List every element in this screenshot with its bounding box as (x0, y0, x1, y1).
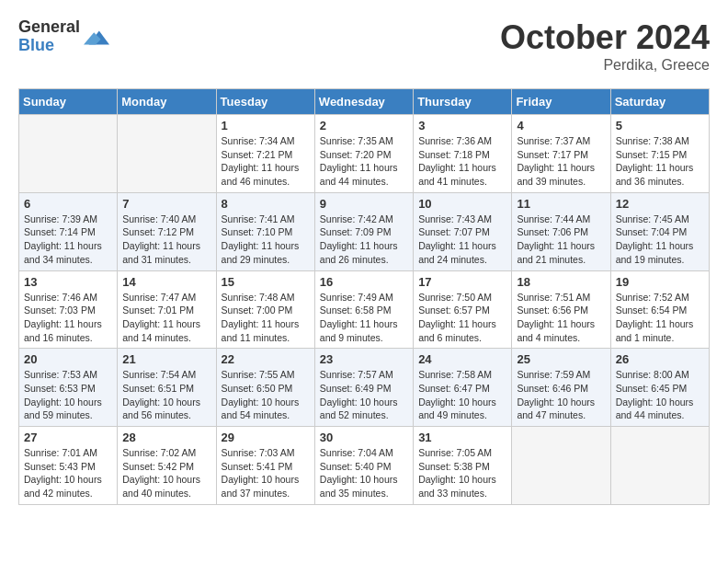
weekday-header-wednesday: Wednesday (314, 89, 413, 115)
calendar-cell: 7Sunrise: 7:40 AMSunset: 7:12 PMDaylight… (118, 192, 216, 270)
calendar-week-row: 6Sunrise: 7:39 AMSunset: 7:14 PMDaylight… (19, 192, 710, 270)
calendar-cell: 5Sunrise: 7:38 AMSunset: 7:15 PMDaylight… (610, 115, 709, 193)
day-info: Sunrise: 7:40 AMSunset: 7:12 PMDaylight:… (122, 213, 210, 267)
calendar-cell: 16Sunrise: 7:49 AMSunset: 6:58 PMDayligh… (314, 270, 413, 349)
calendar-cell: 29Sunrise: 7:03 AMSunset: 5:41 PMDayligh… (216, 427, 314, 505)
day-info: Sunrise: 7:47 AMSunset: 7:01 PMDaylight:… (122, 291, 210, 345)
day-info: Sunrise: 7:48 AMSunset: 7:00 PMDaylight:… (222, 291, 310, 345)
calendar-cell: 17Sunrise: 7:50 AMSunset: 6:57 PMDayligh… (414, 270, 512, 349)
weekday-header-sunday: Sunday (19, 89, 118, 115)
calendar-cell: 10Sunrise: 7:43 AMSunset: 7:07 PMDayligh… (414, 192, 512, 270)
day-number: 8 (222, 197, 310, 211)
month-title: October 2024 (500, 18, 710, 57)
day-info: Sunrise: 7:53 AMSunset: 6:53 PMDaylight:… (24, 368, 112, 422)
day-info: Sunrise: 8:00 AMSunset: 6:45 PMDaylight:… (616, 368, 704, 422)
day-number: 7 (122, 197, 210, 211)
weekday-header-monday: Monday (118, 89, 216, 115)
day-info: Sunrise: 7:46 AMSunset: 7:03 PMDaylight:… (24, 291, 112, 345)
day-info: Sunrise: 7:02 AMSunset: 5:42 PMDaylight:… (122, 446, 210, 500)
day-info: Sunrise: 7:41 AMSunset: 7:10 PMDaylight:… (222, 213, 310, 267)
weekday-header-friday: Friday (512, 89, 610, 115)
day-info: Sunrise: 7:42 AMSunset: 7:09 PMDaylight:… (320, 213, 408, 267)
location: Perdika, Greece (500, 57, 710, 74)
day-info: Sunrise: 7:59 AMSunset: 6:46 PMDaylight:… (517, 368, 605, 422)
calendar-table: SundayMondayTuesdayWednesdayThursdayFrid… (18, 88, 710, 505)
weekday-header-row: SundayMondayTuesdayWednesdayThursdayFrid… (19, 89, 710, 115)
calendar-cell (19, 115, 118, 193)
day-info: Sunrise: 7:36 AMSunset: 7:18 PMDaylight:… (418, 134, 506, 189)
day-number: 14 (122, 275, 210, 289)
calendar-cell (512, 427, 610, 505)
calendar-cell: 23Sunrise: 7:57 AMSunset: 6:49 PMDayligh… (314, 349, 413, 427)
day-info: Sunrise: 7:38 AMSunset: 7:15 PMDaylight:… (616, 134, 704, 189)
day-number: 27 (24, 431, 112, 444)
calendar-cell: 28Sunrise: 7:02 AMSunset: 5:42 PMDayligh… (118, 427, 216, 505)
day-info: Sunrise: 7:04 AMSunset: 5:40 PMDaylight:… (320, 446, 408, 500)
day-number: 22 (222, 352, 310, 366)
weekday-header-saturday: Saturday (610, 89, 709, 115)
day-info: Sunrise: 7:37 AMSunset: 7:17 PMDaylight:… (517, 134, 605, 189)
calendar-cell: 8Sunrise: 7:41 AMSunset: 7:10 PMDaylight… (216, 192, 314, 270)
logo: General Blue (18, 18, 109, 55)
day-number: 10 (418, 197, 506, 211)
calendar-week-row: 1Sunrise: 7:34 AMSunset: 7:21 PMDaylight… (19, 115, 710, 193)
calendar-week-row: 20Sunrise: 7:53 AMSunset: 6:53 PMDayligh… (19, 349, 710, 427)
calendar-cell: 4Sunrise: 7:37 AMSunset: 7:17 PMDaylight… (512, 115, 610, 193)
title-area: October 2024 Perdika, Greece (500, 18, 710, 74)
calendar-cell: 14Sunrise: 7:47 AMSunset: 7:01 PMDayligh… (118, 270, 216, 349)
day-number: 9 (320, 197, 408, 211)
day-number: 3 (418, 119, 506, 132)
day-number: 24 (418, 352, 506, 366)
page-header: General Blue October 2024 Perdika, Greec… (18, 18, 710, 74)
logo-blue: Blue (18, 37, 80, 55)
calendar-cell: 20Sunrise: 7:53 AMSunset: 6:53 PMDayligh… (19, 349, 118, 427)
day-number: 21 (122, 352, 210, 366)
day-number: 31 (418, 431, 506, 444)
day-info: Sunrise: 7:01 AMSunset: 5:43 PMDaylight:… (24, 446, 112, 500)
day-number: 12 (616, 197, 704, 211)
calendar-cell: 13Sunrise: 7:46 AMSunset: 7:03 PMDayligh… (19, 270, 118, 349)
calendar-cell: 24Sunrise: 7:58 AMSunset: 6:47 PMDayligh… (414, 349, 512, 427)
day-info: Sunrise: 7:49 AMSunset: 6:58 PMDaylight:… (320, 291, 408, 345)
calendar-cell: 25Sunrise: 7:59 AMSunset: 6:46 PMDayligh… (512, 349, 610, 427)
day-number: 30 (320, 431, 408, 444)
day-number: 2 (320, 119, 408, 132)
day-number: 26 (616, 352, 704, 366)
day-number: 20 (24, 352, 112, 366)
calendar-cell: 27Sunrise: 7:01 AMSunset: 5:43 PMDayligh… (19, 427, 118, 505)
calendar-cell: 1Sunrise: 7:34 AMSunset: 7:21 PMDaylight… (216, 115, 314, 193)
day-number: 6 (24, 197, 112, 211)
calendar-cell: 3Sunrise: 7:36 AMSunset: 7:18 PMDaylight… (414, 115, 512, 193)
day-number: 23 (320, 352, 408, 366)
calendar-cell: 19Sunrise: 7:52 AMSunset: 6:54 PMDayligh… (610, 270, 709, 349)
calendar-cell: 2Sunrise: 7:35 AMSunset: 7:20 PMDaylight… (314, 115, 413, 193)
calendar-cell: 6Sunrise: 7:39 AMSunset: 7:14 PMDaylight… (19, 192, 118, 270)
day-info: Sunrise: 7:45 AMSunset: 7:04 PMDaylight:… (616, 213, 704, 267)
day-number: 4 (517, 119, 605, 132)
day-info: Sunrise: 7:34 AMSunset: 7:21 PMDaylight:… (222, 134, 310, 189)
logo-icon (84, 24, 109, 50)
day-info: Sunrise: 7:43 AMSunset: 7:07 PMDaylight:… (418, 213, 506, 267)
day-info: Sunrise: 7:05 AMSunset: 5:38 PMDaylight:… (418, 446, 506, 500)
calendar-cell: 26Sunrise: 8:00 AMSunset: 6:45 PMDayligh… (610, 349, 709, 427)
day-info: Sunrise: 7:39 AMSunset: 7:14 PMDaylight:… (24, 213, 112, 267)
logo-text: General Blue (18, 18, 80, 55)
calendar-cell (610, 427, 709, 505)
weekday-header-thursday: Thursday (414, 89, 512, 115)
day-info: Sunrise: 7:58 AMSunset: 6:47 PMDaylight:… (418, 368, 506, 422)
calendar-cell: 22Sunrise: 7:55 AMSunset: 6:50 PMDayligh… (216, 349, 314, 427)
day-number: 13 (24, 275, 112, 289)
day-info: Sunrise: 7:44 AMSunset: 7:06 PMDaylight:… (517, 213, 605, 267)
day-number: 29 (222, 431, 310, 444)
day-info: Sunrise: 7:35 AMSunset: 7:20 PMDaylight:… (320, 134, 408, 189)
day-info: Sunrise: 7:57 AMSunset: 6:49 PMDaylight:… (320, 368, 408, 422)
day-number: 19 (616, 275, 704, 289)
calendar-cell: 15Sunrise: 7:48 AMSunset: 7:00 PMDayligh… (216, 270, 314, 349)
day-number: 28 (122, 431, 210, 444)
day-info: Sunrise: 7:51 AMSunset: 6:56 PMDaylight:… (517, 291, 605, 345)
day-info: Sunrise: 7:54 AMSunset: 6:51 PMDaylight:… (122, 368, 210, 422)
day-number: 18 (517, 275, 605, 289)
calendar-week-row: 13Sunrise: 7:46 AMSunset: 7:03 PMDayligh… (19, 270, 710, 349)
day-number: 16 (320, 275, 408, 289)
calendar-cell: 11Sunrise: 7:44 AMSunset: 7:06 PMDayligh… (512, 192, 610, 270)
